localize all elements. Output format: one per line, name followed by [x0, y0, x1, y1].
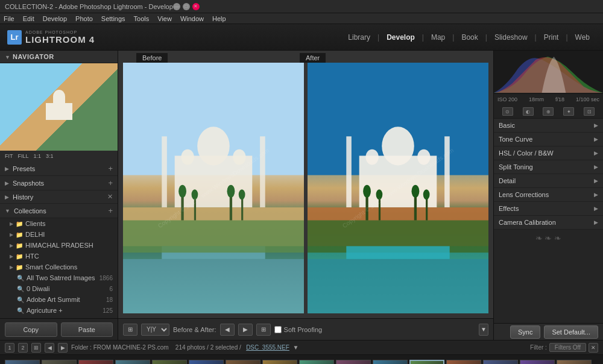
svg-rect-9	[123, 221, 304, 253]
tone-icon-5[interactable]: ⊡	[584, 107, 595, 116]
filmstrip-next[interactable]: ▶	[58, 343, 68, 353]
filmstrip-thumb[interactable]	[483, 360, 518, 365]
maximize-button[interactable]: □	[183, 3, 190, 10]
collection-smart[interactable]: ▶ 📁 Smart Collections	[0, 262, 118, 272]
menu-help[interactable]: Help	[212, 15, 226, 22]
tab-library[interactable]: Library	[342, 31, 376, 44]
panel-split-toning[interactable]: Split Toning ▶	[494, 160, 603, 174]
collection-adobe-art[interactable]: 🔍 Adobe Art Summit 18	[0, 294, 118, 305]
history-close[interactable]: ✕	[107, 193, 113, 201]
soft-proofing-checkbox[interactable]	[274, 326, 282, 333]
app-name: LIGHTROOM 4	[25, 34, 95, 45]
nav-prev-button[interactable]: ◀	[220, 324, 235, 336]
panel-tone-curve[interactable]: Tone Curve ▶	[494, 133, 603, 146]
menubar: File Edit Develop Photo Settings Tools V…	[0, 13, 603, 24]
tone-icon-1[interactable]: ⊙	[502, 107, 513, 116]
nav-fill[interactable]: FILL	[18, 153, 29, 159]
filmstrip-thumb[interactable]	[373, 360, 408, 365]
snapshots-add[interactable]: +	[108, 178, 113, 187]
zoom-out-button[interactable]: ▼	[479, 324, 488, 336]
sync-button[interactable]: Sync	[510, 325, 540, 339]
menu-tools[interactable]: Tools	[134, 15, 150, 22]
nav-next-button[interactable]: ▶	[238, 324, 253, 336]
snapshots-row[interactable]: ▶ Snapshots +	[0, 176, 118, 190]
filmstrip-thumb[interactable]	[5, 360, 40, 365]
collection-diwali[interactable]: 🔍 0 Diwali 6	[0, 283, 118, 294]
set-default-button[interactable]: Set Default...	[544, 325, 598, 339]
filename-link[interactable]: DSC_3555.NEF	[246, 344, 289, 351]
menu-develop[interactable]: Develop	[43, 15, 67, 22]
filmstrip-thumb[interactable]	[78, 360, 113, 365]
swap-button[interactable]: ⊞	[256, 324, 271, 336]
filmstrip-nav-1[interactable]: 1	[5, 343, 14, 353]
panel-camera-calibration[interactable]: Camera Calibration ▶	[494, 216, 603, 230]
tab-slideshow[interactable]: Slideshow	[488, 31, 534, 44]
right-bottom-bar: Sync Set Default...	[494, 323, 603, 340]
copy-button[interactable]: Copy	[5, 322, 57, 337]
tone-icon-3[interactable]: ⊕	[543, 107, 554, 116]
tab-develop[interactable]: Develop	[380, 31, 421, 44]
menu-window[interactable]: Window	[180, 15, 204, 22]
filmstrip-thumb[interactable]	[446, 360, 481, 365]
menu-view[interactable]: View	[157, 15, 172, 22]
collection-agricuture[interactable]: 🔍 Agricuture + 125	[0, 305, 118, 316]
menu-photo[interactable]: Photo	[75, 15, 93, 22]
view-select[interactable]: Y|Y Y/Y	[141, 324, 169, 336]
before-image: Copyright © 2013 - www.WindowsDownloads.…	[123, 63, 304, 313]
filter-close[interactable]: ✕	[589, 343, 598, 353]
history-label: History	[13, 193, 33, 201]
nav-3-1[interactable]: 3:1	[46, 153, 54, 159]
tab-map[interactable]: Map	[425, 31, 451, 44]
filmstrip-grid[interactable]: ⊞	[31, 343, 41, 353]
filmstrip-prev[interactable]: ◀	[45, 343, 54, 353]
filmstrip-thumb[interactable]	[557, 360, 592, 365]
panel-hsl[interactable]: HSL / Color / B&W ▶	[494, 146, 603, 160]
filter-value[interactable]: Filters Off	[549, 343, 586, 352]
tab-book[interactable]: Book	[455, 31, 484, 44]
menu-file[interactable]: File	[4, 15, 14, 22]
tone-icon-2[interactable]: ◐	[523, 107, 534, 116]
center-panel: Before After	[118, 51, 493, 340]
filmstrip-thumb[interactable]	[336, 360, 371, 365]
filmstrip-thumb[interactable]	[262, 360, 297, 365]
minimize-button[interactable]: —	[173, 3, 180, 10]
history-row[interactable]: ▶ History ✕	[0, 190, 118, 204]
shutter-value: 1/100 sec	[576, 96, 599, 102]
tab-print[interactable]: Print	[538, 31, 565, 44]
panel-effects[interactable]: Effects ▶	[494, 202, 603, 216]
filmstrip-thumb[interactable]	[152, 360, 187, 365]
filmstrip-thumb[interactable]	[299, 360, 334, 365]
collections-add[interactable]: +	[108, 206, 113, 215]
nav-1-1[interactable]: 1:1	[34, 153, 42, 159]
collection-clients[interactable]: ▶ 📁 Clients	[0, 218, 118, 229]
panel-basic[interactable]: Basic ▶	[494, 119, 603, 133]
presets-add[interactable]: +	[108, 164, 113, 173]
menu-edit[interactable]: Edit	[23, 15, 34, 22]
filmstrip-thumb[interactable]	[189, 360, 224, 365]
collection-htc[interactable]: ▶ 📁 HTC	[0, 251, 118, 262]
collections-row[interactable]: ▼ Collections +	[0, 204, 118, 218]
presets-row[interactable]: ▶ Presets +	[0, 162, 118, 176]
collection-all-two[interactable]: 🔍 All Two Satrred Images 1866	[0, 272, 118, 283]
left-bottom-bar: Copy Paste	[0, 318, 118, 340]
tab-web[interactable]: Web	[569, 31, 596, 44]
panel-detail[interactable]: Detail ▶	[494, 174, 603, 188]
paste-button[interactable]: Paste	[61, 322, 113, 337]
svg-rect-5	[162, 136, 167, 207]
collection-himachal[interactable]: ▶ 📁 HIMACHAL PRADESH	[0, 240, 118, 251]
filmstrip-thumb[interactable]	[226, 360, 260, 365]
navigator-header[interactable]: ▼ Navigator	[0, 51, 118, 63]
collection-delhi[interactable]: ▶ 📁 DELHI	[0, 229, 118, 240]
menu-settings[interactable]: Settings	[101, 15, 125, 22]
after-image: Copyright © 2013 - www.WindowsDownloads.…	[308, 63, 488, 313]
filmstrip-thumb[interactable]	[42, 360, 77, 365]
view-mode-button[interactable]: ⊞	[123, 324, 137, 336]
panel-lens-corrections[interactable]: Lens Corrections ▶	[494, 188, 603, 202]
filmstrip-nav-2[interactable]: 2	[18, 343, 28, 353]
close-button[interactable]: ✕	[192, 3, 200, 10]
nav-fit[interactable]: FIT	[5, 153, 13, 159]
tone-icon-4[interactable]: ✦	[563, 107, 574, 116]
filmstrip-thumb[interactable]	[409, 360, 444, 365]
filmstrip-thumb[interactable]	[115, 360, 150, 365]
filmstrip-thumb[interactable]	[520, 360, 555, 365]
